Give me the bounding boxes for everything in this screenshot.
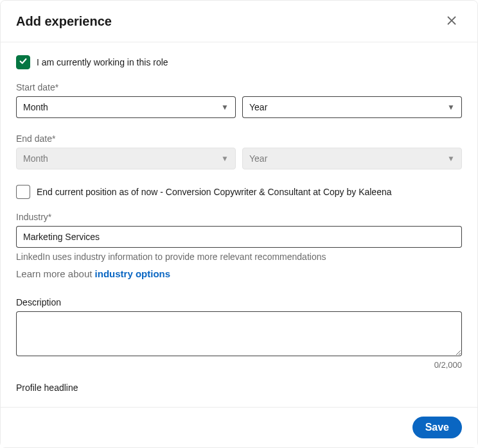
- end-date-label: End date*: [16, 134, 462, 144]
- industry-section: Industry* LinkedIn uses industry informa…: [16, 212, 462, 279]
- end-year-select: Year ▼: [242, 148, 462, 169]
- caret-down-icon: ▼: [221, 154, 229, 163]
- industry-input[interactable]: [16, 226, 462, 248]
- close-icon: [445, 13, 459, 30]
- modal-footer: Save: [1, 407, 477, 447]
- add-experience-modal: Add experience I am currently working in…: [0, 0, 478, 448]
- end-month-value: Month: [23, 153, 48, 164]
- profile-headline-section: Profile headline: [16, 383, 462, 393]
- end-year-value: Year: [249, 153, 267, 164]
- start-year-value: Year: [249, 102, 267, 112]
- start-date-row: Month ▼ Year ▼: [16, 96, 462, 118]
- industry-helper: LinkedIn uses industry information to pr…: [16, 252, 462, 262]
- profile-headline-label: Profile headline: [16, 383, 462, 393]
- checkmark-icon: [19, 56, 28, 68]
- current-role-label: I am currently working in this role: [37, 57, 168, 67]
- caret-down-icon: ▼: [447, 154, 455, 163]
- modal-header: Add experience: [1, 1, 477, 42]
- description-label: Description: [16, 297, 462, 307]
- modal-body: I am currently working in this role Star…: [1, 42, 477, 407]
- caret-down-icon: ▼: [221, 103, 229, 112]
- industry-learn: Learn more about industry options: [16, 268, 462, 279]
- close-button[interactable]: [441, 11, 462, 31]
- description-counter: 0/2,000: [16, 360, 462, 370]
- description-textarea[interactable]: [16, 311, 462, 356]
- end-current-row: End current position as of now - Convers…: [16, 185, 462, 199]
- start-year-select[interactable]: Year ▼: [242, 96, 462, 118]
- start-month-value: Month: [23, 102, 48, 112]
- end-month-select: Month ▼: [16, 148, 236, 169]
- industry-label: Industry*: [16, 212, 462, 222]
- start-month-select[interactable]: Month ▼: [16, 96, 236, 118]
- current-role-row: I am currently working in this role: [16, 55, 462, 69]
- end-date-row: Month ▼ Year ▼: [16, 148, 462, 169]
- industry-options-link[interactable]: industry options: [95, 268, 171, 279]
- end-date-section: End date* Month ▼ Year ▼: [16, 134, 462, 169]
- modal-title: Add experience: [16, 14, 112, 29]
- end-current-label: End current position as of now - Convers…: [37, 187, 392, 197]
- current-role-checkbox[interactable]: [16, 55, 30, 69]
- end-current-checkbox[interactable]: [16, 185, 30, 199]
- start-date-label: Start date*: [16, 82, 462, 92]
- start-date-section: Start date* Month ▼ Year ▼: [16, 82, 462, 118]
- description-section: Description 0/2,000: [16, 297, 462, 370]
- caret-down-icon: ▼: [447, 103, 455, 112]
- learn-prefix: Learn more about: [16, 268, 95, 279]
- save-button[interactable]: Save: [412, 417, 462, 438]
